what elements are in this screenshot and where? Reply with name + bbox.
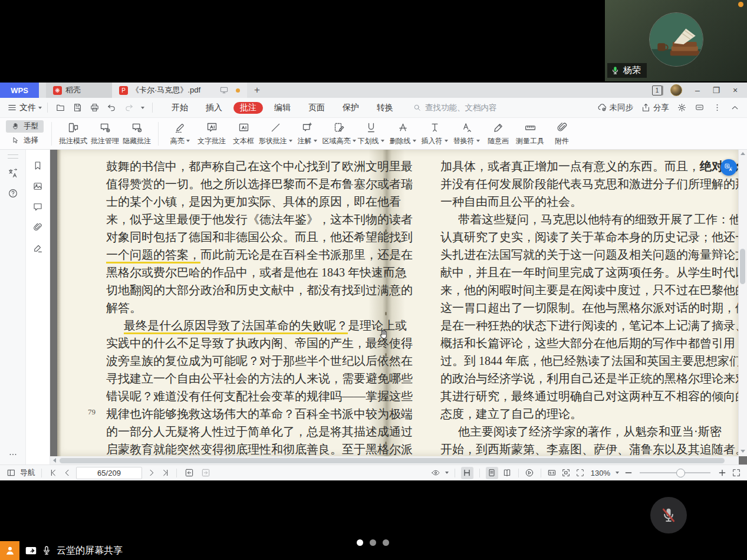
share-button[interactable]: 分享 [641,103,669,113]
book-text-line: 实践中的什么不足导致了执政内阁、帝国的产生，最终使得 [106,334,373,352]
save-icon[interactable] [73,103,83,113]
double-page-view-icon[interactable] [502,468,512,478]
new-tab-button[interactable]: + [247,83,267,98]
actual-size-icon[interactable] [547,468,557,478]
shape-comment-button[interactable]: 形状批注 [259,120,291,147]
scroll-up-arrow[interactable] [741,152,745,155]
autoplay-icon[interactable] [525,468,535,478]
view-forward-button[interactable] [199,467,212,479]
horizontal-scrollbar[interactable] [50,456,739,465]
fit-page-icon[interactable] [575,468,585,478]
translate-icon[interactable] [8,168,18,179]
search-box[interactable]: 查找功能、文档内容 [413,103,497,113]
signature-stamp-icon[interactable] [32,243,43,253]
reading-mode-icon[interactable] [461,467,473,479]
caret-insert-button[interactable]: 插入符 [419,120,450,147]
toolbar-more-caret[interactable] [141,107,144,109]
close-button[interactable]: × [727,83,743,97]
zoom-slider[interactable] [640,469,710,477]
menu-tab-3[interactable]: 编辑 [268,102,297,114]
restore-button[interactable]: ❐ [708,83,725,97]
microphone-muted-button[interactable] [650,497,687,533]
fit-width-icon[interactable] [561,468,571,478]
comment-bubble-icon[interactable] [32,202,43,212]
textbox-button[interactable]: 文本框 [228,120,259,147]
account-avatar[interactable] [670,84,682,96]
bookmark-icon[interactable] [32,160,43,171]
horizontal-scroll-thumb[interactable] [60,458,725,463]
select-cursor-tool-button[interactable]: 选择 [6,134,44,147]
zoom-slider-knob[interactable] [676,469,685,477]
first-page-button[interactable] [48,468,58,478]
menu-tab-0[interactable]: 开始 [165,102,195,114]
menu-tab-2[interactable]: 批注 [233,102,263,114]
zoom-out-button[interactable] [623,468,633,478]
menu-tab-4[interactable]: 页面 [302,102,331,114]
attachment-button[interactable]: 附件 [546,120,578,147]
book-text-line: 规律也许能够挽救这场伟大的革命？百科全书派中较为极端 [106,405,373,423]
comment-manage-button[interactable]: 批注管理 [89,120,121,147]
navigation-label[interactable]: 导航 [20,467,35,478]
document-viewport[interactable]: 鼓舞的书信中，都声称自己在这个中心找到了欧洲文明里最值得赞赏的一切。他之所以选择… [50,150,747,465]
zoom-in-button[interactable] [717,468,727,478]
paperclip-icon[interactable] [32,222,43,233]
underline-button[interactable]: 下划线 [355,120,387,147]
scroll-left-arrow[interactable] [53,458,56,463]
undo-icon[interactable] [107,103,117,113]
hand-tool-button[interactable]: 手型 [6,120,44,133]
note-button[interactable]: 注解 [291,120,323,147]
print-icon[interactable] [90,103,100,113]
open-folder-icon[interactable] [55,103,65,113]
single-page-view-icon[interactable] [486,467,498,479]
collapse-ribbon-icon[interactable] [730,103,740,113]
freedraw-button[interactable]: 随意画 [482,120,514,147]
fullscreen-icon[interactable] [731,468,741,478]
minimize-button[interactable]: – [689,83,706,97]
sync-status[interactable]: 未同步 [597,103,634,113]
settings-gear-icon[interactable] [677,103,687,113]
screen: WPS ❋ 稻壳 P 《卡尔·马克思》.pdf + 1 – ❐ × [0,0,747,560]
last-page-button[interactable] [160,468,170,478]
document-count-badge[interactable]: 1 [652,85,662,95]
tab-pdf-document[interactable]: P 《卡尔·马克思》.pdf [112,83,247,98]
participant-video-tile[interactable]: 杨荣 [605,0,747,81]
previous-page-button[interactable] [62,468,72,478]
comment-mode-button[interactable]: 批注模式 [57,120,89,147]
menu-tab-1[interactable]: 插入 [199,102,229,114]
view-back-button[interactable] [183,467,195,479]
measure-button[interactable]: 测量工具 [514,120,546,147]
navigation-panel-icon[interactable] [6,468,16,478]
kebab-menu-icon[interactable] [712,103,722,113]
text-comment-button[interactable]: 文字批注 [196,120,228,147]
pager-dots [357,539,389,546]
rail-drag-handle[interactable] [8,154,18,159]
highlight-button[interactable]: 高亮 [164,120,196,147]
participant-avatar [649,12,703,67]
help-icon[interactable] [8,188,18,199]
vertical-scroll-thumb[interactable] [740,249,745,284]
eye-protection-icon[interactable] [431,468,441,478]
area-highlight-button[interactable]: 区域高亮 [323,120,355,147]
hide-comment-button[interactable]: 隐藏批注 [121,120,153,147]
feedback-chat-icon[interactable] [695,103,705,113]
pager-dot [370,539,376,546]
vertical-scrollbar[interactable] [738,150,747,456]
zoom-caret[interactable] [616,472,619,474]
tab-daoke[interactable]: ❋ 稻壳 [46,83,112,98]
replace-button[interactable]: 替换符 [450,120,482,147]
next-page-button[interactable] [146,468,156,478]
wps-home-button[interactable]: WPS [0,83,39,98]
image-icon[interactable] [32,181,43,192]
zoom-level[interactable]: 130% [591,469,610,477]
file-menu[interactable]: 文件 [7,103,42,113]
scroll-down-arrow[interactable] [741,450,745,453]
eye-protection-caret[interactable] [445,472,449,474]
presenter-badge[interactable] [0,541,19,560]
redo-icon[interactable] [124,103,134,113]
menu-tab-6[interactable]: 转换 [370,102,400,114]
page-number-input[interactable]: 65/209 [76,467,142,479]
more-dots-icon[interactable] [8,449,18,460]
translate-float-button[interactable] [720,159,737,176]
strikethrough-button[interactable]: 删除线 [387,120,419,147]
menu-tab-5[interactable]: 保护 [336,102,366,114]
